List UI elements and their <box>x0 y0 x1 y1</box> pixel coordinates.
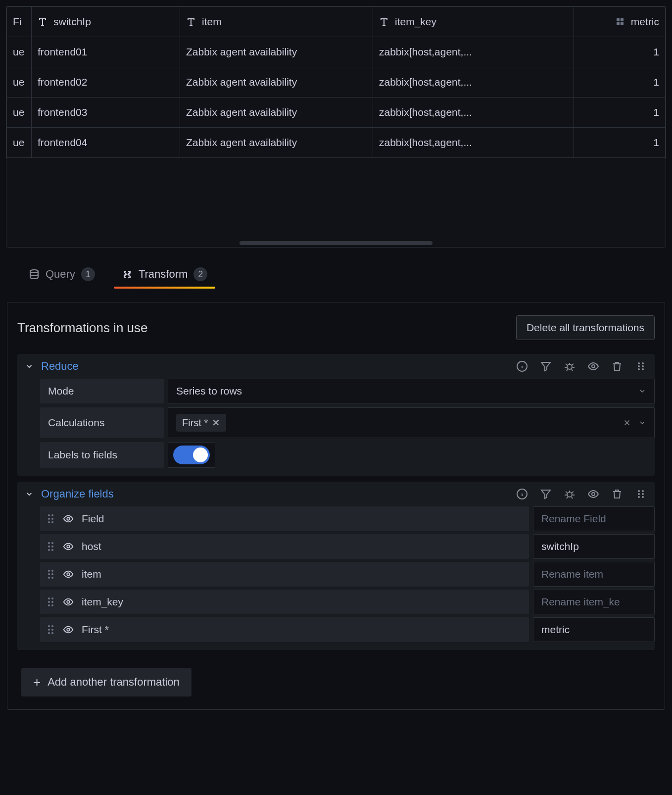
text-type-icon <box>38 17 48 27</box>
visibility-toggle-icon[interactable] <box>63 596 74 607</box>
visibility-toggle-icon[interactable] <box>63 569 74 580</box>
field-name-cell: First * <box>40 617 529 642</box>
drag-handle-icon[interactable] <box>48 570 55 579</box>
editor-tabs: Query 1 Transform 2 <box>0 260 672 288</box>
grip-icon[interactable] <box>635 488 647 500</box>
organize-field-row: item <box>17 562 655 590</box>
col-header-fi[interactable]: Fi <box>7 7 32 37</box>
cell-metric: 1 <box>574 37 666 67</box>
rename-input[interactable] <box>533 562 655 587</box>
horizontal-scrollbar[interactable] <box>240 241 432 245</box>
col-header-metric[interactable]: metric <box>574 7 666 37</box>
visibility-toggle-icon[interactable] <box>63 541 74 552</box>
cell-switchip: frontend02 <box>32 67 180 98</box>
text-type-icon <box>379 17 389 27</box>
table-row[interactable]: uefrontend04Zabbix agent availabilityzab… <box>7 128 666 158</box>
calc-chip: First * ✕ <box>176 414 226 432</box>
cell-switchip: frontend03 <box>32 98 180 128</box>
cell-switchip: frontend04 <box>32 128 180 158</box>
trash-icon[interactable] <box>611 360 623 372</box>
transform-organize-fields: Organize fields Fieldhostitemitem_keyFir… <box>17 482 655 650</box>
cell-item-key: zabbix[host,agent,... <box>373 98 574 128</box>
col-header-item-key[interactable]: item_key <box>373 7 574 37</box>
results-panel: Fi switchIp item item_key <box>6 6 666 248</box>
text-type-icon <box>186 17 196 27</box>
add-transformation-button[interactable]: + Add another transformation <box>21 668 192 696</box>
plus-icon: + <box>33 676 41 689</box>
cell-ue: ue <box>7 98 32 128</box>
cell-item-key: zabbix[host,agent,... <box>373 128 574 158</box>
transformations-section: Transformations in use Delete all transf… <box>7 302 665 710</box>
cell-item-key: zabbix[host,agent,... <box>373 37 574 67</box>
info-icon[interactable] <box>516 488 528 500</box>
cell-metric: 1 <box>574 128 666 158</box>
clear-icon[interactable] <box>623 418 631 427</box>
chevron-down-icon[interactable] <box>25 490 33 498</box>
cell-ue: ue <box>7 67 32 98</box>
drag-handle-icon[interactable] <box>48 514 55 523</box>
section-title: Transformations in use <box>17 320 147 336</box>
drag-handle-icon[interactable] <box>48 542 55 551</box>
field-name-cell: host <box>40 534 529 559</box>
cell-item: Zabbix agent availability <box>180 128 373 158</box>
field-original-name: item_key <box>82 596 123 608</box>
chevron-down-icon[interactable] <box>25 362 33 370</box>
info-icon[interactable] <box>516 360 528 372</box>
query-count-badge: 1 <box>81 267 95 281</box>
table-row[interactable]: uefrontend02Zabbix agent availabilityzab… <box>7 67 666 98</box>
eye-icon[interactable] <box>587 488 599 500</box>
table-row[interactable]: uefrontend01Zabbix agent availabilityzab… <box>7 37 666 67</box>
rename-input[interactable] <box>533 534 655 559</box>
transform-count-badge: 2 <box>193 267 207 281</box>
labels-to-fields-toggle[interactable] <box>173 446 210 464</box>
eye-icon[interactable] <box>587 360 599 372</box>
trash-icon[interactable] <box>611 488 623 500</box>
calculations-select[interactable]: First * ✕ <box>168 407 655 438</box>
organize-field-row: Field <box>17 506 655 534</box>
cell-ue: ue <box>7 128 32 158</box>
cell-switchip: frontend01 <box>32 37 180 67</box>
transform-title-link[interactable]: Reduce <box>38 360 511 373</box>
field-name-cell: Field <box>40 506 529 531</box>
rename-input[interactable] <box>533 506 655 531</box>
rename-input[interactable] <box>533 590 655 614</box>
cell-ue: ue <box>7 37 32 67</box>
transform-icon <box>122 269 133 280</box>
delete-all-button[interactable]: Delete all transformations <box>516 315 655 340</box>
field-name-cell: item_key <box>40 590 529 614</box>
cell-item: Zabbix agent availability <box>180 67 373 98</box>
col-header-switchip[interactable]: switchIp <box>32 7 180 37</box>
chevron-down-icon <box>638 387 646 395</box>
debug-icon[interactable] <box>564 360 576 372</box>
debug-icon[interactable] <box>564 488 576 500</box>
results-table: Fi switchIp item item_key <box>6 6 666 158</box>
rename-input[interactable] <box>533 617 655 642</box>
field-original-name: Field <box>82 513 104 525</box>
field-original-name: host <box>82 541 101 552</box>
drag-handle-icon[interactable] <box>48 625 55 634</box>
filter-icon[interactable] <box>540 488 552 500</box>
field-name-cell: item <box>40 562 529 587</box>
mode-select[interactable]: Series to rows <box>168 379 655 403</box>
filter-icon[interactable] <box>540 360 552 372</box>
visibility-toggle-icon[interactable] <box>63 624 74 635</box>
cell-metric: 1 <box>574 67 666 98</box>
drag-handle-icon[interactable] <box>48 597 55 606</box>
visibility-toggle-icon[interactable] <box>63 513 74 524</box>
organize-field-row: item_key <box>17 590 655 617</box>
field-original-name: item <box>82 568 101 580</box>
col-header-item[interactable]: item <box>180 7 373 37</box>
database-icon <box>29 269 40 280</box>
chevron-down-icon <box>638 419 646 427</box>
table-row[interactable]: uefrontend03Zabbix agent availabilityzab… <box>7 98 666 128</box>
cell-metric: 1 <box>574 98 666 128</box>
transform-title-link[interactable]: Organize fields <box>38 488 511 500</box>
mode-label: Mode <box>40 379 164 403</box>
cell-item: Zabbix agent availability <box>180 37 373 67</box>
remove-chip-icon[interactable]: ✕ <box>212 417 220 429</box>
tab-query[interactable]: Query 1 <box>21 260 103 288</box>
tab-transform[interactable]: Transform 2 <box>114 260 215 288</box>
cell-item-key: zabbix[host,agent,... <box>373 67 574 98</box>
grid-type-icon <box>615 17 625 27</box>
grip-icon[interactable] <box>635 360 647 372</box>
